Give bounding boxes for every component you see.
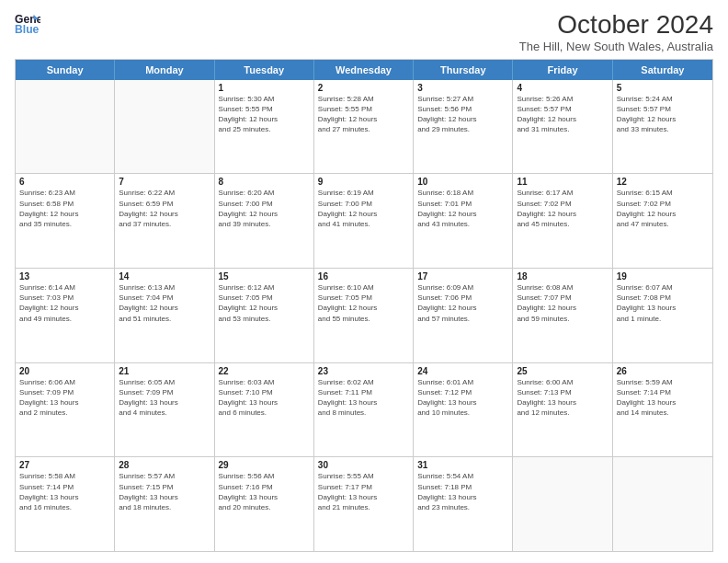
calendar-cell: 3Sunrise: 5:27 AM Sunset: 5:56 PM Daylig… bbox=[414, 80, 513, 174]
calendar-cell: 28Sunrise: 5:57 AM Sunset: 7:15 PM Dayli… bbox=[115, 457, 214, 551]
cell-info: Sunrise: 5:28 AM Sunset: 5:55 PM Dayligh… bbox=[318, 94, 409, 135]
cell-info: Sunrise: 5:55 AM Sunset: 7:17 PM Dayligh… bbox=[318, 471, 409, 512]
calendar-row-5: 27Sunrise: 5:58 AM Sunset: 7:14 PM Dayli… bbox=[16, 457, 712, 551]
cell-day: 22 bbox=[219, 366, 310, 376]
cell-info: Sunrise: 6:00 AM Sunset: 7:13 PM Dayligh… bbox=[517, 377, 608, 419]
svg-text:Blue: Blue bbox=[15, 23, 40, 36]
cell-day: 19 bbox=[617, 271, 709, 282]
cell-info: Sunrise: 6:12 AM Sunset: 7:05 PM Dayligh… bbox=[219, 282, 310, 324]
cell-info: Sunrise: 6:23 AM Sunset: 6:58 PM Dayligh… bbox=[19, 188, 110, 229]
cell-info: Sunrise: 6:06 AM Sunset: 7:09 PM Dayligh… bbox=[19, 377, 110, 419]
cell-day: 28 bbox=[119, 460, 210, 470]
cell-info: Sunrise: 6:22 AM Sunset: 6:59 PM Dayligh… bbox=[119, 188, 210, 229]
cell-info: Sunrise: 5:59 AM Sunset: 7:14 PM Dayligh… bbox=[617, 377, 709, 419]
cell-day: 10 bbox=[417, 177, 508, 187]
cell-day: 14 bbox=[119, 271, 210, 282]
cell-day: 8 bbox=[219, 177, 310, 187]
calendar-cell: 8Sunrise: 6:20 AM Sunset: 7:00 PM Daylig… bbox=[215, 174, 314, 268]
cell-info: Sunrise: 5:56 AM Sunset: 7:16 PM Dayligh… bbox=[219, 471, 310, 512]
day-header-wednesday: Wednesday bbox=[314, 60, 414, 80]
calendar-header: SundayMondayTuesdayWednesdayThursdayFrid… bbox=[16, 60, 712, 80]
main-title: October 2024 bbox=[519, 11, 713, 40]
calendar-cell: 19Sunrise: 6:07 AM Sunset: 7:08 PM Dayli… bbox=[613, 269, 712, 362]
cell-info: Sunrise: 6:08 AM Sunset: 7:07 PM Dayligh… bbox=[517, 282, 608, 324]
cell-day: 27 bbox=[19, 460, 110, 470]
cell-info: Sunrise: 6:14 AM Sunset: 7:03 PM Dayligh… bbox=[19, 282, 110, 324]
logo-icon: General Blue bbox=[15, 11, 40, 37]
cell-day: 4 bbox=[517, 83, 608, 93]
calendar-body: 1Sunrise: 5:30 AM Sunset: 5:55 PM Daylig… bbox=[16, 80, 712, 551]
day-header-tuesday: Tuesday bbox=[215, 60, 314, 80]
cell-day: 30 bbox=[318, 460, 409, 470]
cell-day: 25 bbox=[517, 366, 608, 376]
title-block: October 2024 The Hill, New South Wales, … bbox=[519, 11, 713, 53]
calendar: SundayMondayTuesdayWednesdayThursdayFrid… bbox=[15, 59, 713, 552]
calendar-cell bbox=[16, 80, 115, 174]
calendar-cell: 23Sunrise: 6:02 AM Sunset: 7:11 PM Dayli… bbox=[314, 363, 414, 457]
cell-day: 9 bbox=[318, 177, 409, 187]
cell-info: Sunrise: 5:58 AM Sunset: 7:14 PM Dayligh… bbox=[19, 471, 110, 512]
calendar-cell bbox=[115, 80, 214, 174]
cell-info: Sunrise: 6:17 AM Sunset: 7:02 PM Dayligh… bbox=[517, 188, 608, 229]
day-header-saturday: Saturday bbox=[613, 60, 712, 80]
calendar-cell: 31Sunrise: 5:54 AM Sunset: 7:18 PM Dayli… bbox=[414, 457, 513, 551]
cell-day: 11 bbox=[517, 177, 608, 187]
header: General Blue October 2024 The Hill, New … bbox=[15, 11, 713, 53]
calendar-cell: 4Sunrise: 5:26 AM Sunset: 5:57 PM Daylig… bbox=[513, 80, 612, 174]
calendar-cell: 17Sunrise: 6:09 AM Sunset: 7:06 PM Dayli… bbox=[414, 269, 513, 362]
calendar-cell: 21Sunrise: 6:05 AM Sunset: 7:09 PM Dayli… bbox=[115, 363, 214, 457]
cell-day: 15 bbox=[219, 271, 310, 282]
calendar-cell: 5Sunrise: 5:24 AM Sunset: 5:57 PM Daylig… bbox=[613, 80, 712, 174]
cell-info: Sunrise: 6:13 AM Sunset: 7:04 PM Dayligh… bbox=[119, 282, 210, 324]
day-header-monday: Monday bbox=[115, 60, 214, 80]
cell-info: Sunrise: 6:02 AM Sunset: 7:11 PM Dayligh… bbox=[318, 377, 409, 419]
calendar-cell: 10Sunrise: 6:18 AM Sunset: 7:01 PM Dayli… bbox=[414, 174, 513, 268]
cell-day: 2 bbox=[318, 83, 409, 93]
cell-info: Sunrise: 6:18 AM Sunset: 7:01 PM Dayligh… bbox=[417, 188, 508, 229]
calendar-cell: 1Sunrise: 5:30 AM Sunset: 5:55 PM Daylig… bbox=[215, 80, 314, 174]
cell-info: Sunrise: 5:24 AM Sunset: 5:57 PM Dayligh… bbox=[617, 94, 709, 135]
cell-info: Sunrise: 6:10 AM Sunset: 7:05 PM Dayligh… bbox=[318, 282, 409, 324]
calendar-cell: 29Sunrise: 5:56 AM Sunset: 7:16 PM Dayli… bbox=[215, 457, 314, 551]
cell-info: Sunrise: 6:03 AM Sunset: 7:10 PM Dayligh… bbox=[219, 377, 310, 419]
cell-day: 12 bbox=[617, 177, 709, 187]
calendar-cell: 24Sunrise: 6:01 AM Sunset: 7:12 PM Dayli… bbox=[414, 363, 513, 457]
calendar-cell: 12Sunrise: 6:15 AM Sunset: 7:02 PM Dayli… bbox=[613, 174, 712, 268]
calendar-cell bbox=[513, 457, 612, 551]
calendar-row-1: 1Sunrise: 5:30 AM Sunset: 5:55 PM Daylig… bbox=[16, 80, 712, 175]
calendar-cell bbox=[613, 457, 712, 551]
cell-info: Sunrise: 5:27 AM Sunset: 5:56 PM Dayligh… bbox=[417, 94, 508, 135]
calendar-cell: 26Sunrise: 5:59 AM Sunset: 7:14 PM Dayli… bbox=[613, 363, 712, 457]
day-header-thursday: Thursday bbox=[414, 60, 513, 80]
cell-day: 3 bbox=[417, 83, 508, 93]
cell-day: 5 bbox=[617, 83, 709, 93]
calendar-row-2: 6Sunrise: 6:23 AM Sunset: 6:58 PM Daylig… bbox=[16, 174, 712, 269]
cell-day: 29 bbox=[219, 460, 310, 470]
cell-info: Sunrise: 6:20 AM Sunset: 7:00 PM Dayligh… bbox=[219, 188, 310, 229]
calendar-cell: 15Sunrise: 6:12 AM Sunset: 7:05 PM Dayli… bbox=[215, 269, 314, 362]
cell-info: Sunrise: 5:54 AM Sunset: 7:18 PM Dayligh… bbox=[417, 471, 508, 512]
calendar-cell: 27Sunrise: 5:58 AM Sunset: 7:14 PM Dayli… bbox=[16, 457, 115, 551]
calendar-cell: 2Sunrise: 5:28 AM Sunset: 5:55 PM Daylig… bbox=[314, 80, 414, 174]
calendar-cell: 18Sunrise: 6:08 AM Sunset: 7:07 PM Dayli… bbox=[513, 269, 612, 362]
calendar-cell: 14Sunrise: 6:13 AM Sunset: 7:04 PM Dayli… bbox=[115, 269, 214, 362]
cell-day: 21 bbox=[119, 366, 210, 376]
cell-day: 7 bbox=[119, 177, 210, 187]
calendar-row-3: 13Sunrise: 6:14 AM Sunset: 7:03 PM Dayli… bbox=[16, 269, 712, 363]
cell-info: Sunrise: 6:05 AM Sunset: 7:09 PM Dayligh… bbox=[119, 377, 210, 419]
calendar-row-4: 20Sunrise: 6:06 AM Sunset: 7:09 PM Dayli… bbox=[16, 363, 712, 458]
cell-day: 24 bbox=[417, 366, 508, 376]
cell-info: Sunrise: 6:07 AM Sunset: 7:08 PM Dayligh… bbox=[617, 282, 709, 324]
cell-day: 31 bbox=[417, 460, 508, 470]
calendar-cell: 11Sunrise: 6:17 AM Sunset: 7:02 PM Dayli… bbox=[513, 174, 612, 268]
calendar-cell: 25Sunrise: 6:00 AM Sunset: 7:13 PM Dayli… bbox=[513, 363, 612, 457]
calendar-cell: 20Sunrise: 6:06 AM Sunset: 7:09 PM Dayli… bbox=[16, 363, 115, 457]
cell-day: 26 bbox=[617, 366, 709, 376]
cell-day: 23 bbox=[318, 366, 409, 376]
cell-day: 17 bbox=[417, 271, 508, 282]
cell-day: 20 bbox=[19, 366, 110, 376]
day-header-friday: Friday bbox=[513, 60, 612, 80]
cell-info: Sunrise: 6:19 AM Sunset: 7:00 PM Dayligh… bbox=[318, 188, 409, 229]
logo: General Blue bbox=[15, 11, 40, 37]
cell-info: Sunrise: 6:09 AM Sunset: 7:06 PM Dayligh… bbox=[417, 282, 508, 324]
